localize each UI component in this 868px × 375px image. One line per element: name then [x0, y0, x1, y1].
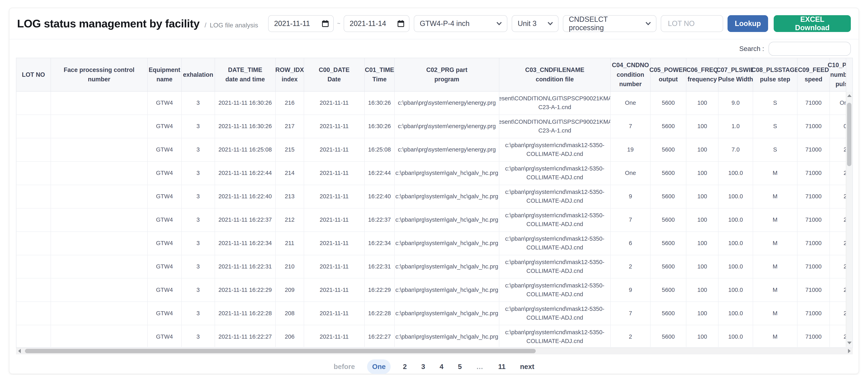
column-header-face-ctrl-no: Face processing control number: [51, 58, 148, 91]
cell-c09-feed: 71000: [798, 138, 830, 162]
cell-c08-plsstage: M: [753, 208, 798, 232]
pagination-item-5[interactable]: 5: [458, 363, 462, 371]
date-to-input[interactable]: 2021-11-14: [344, 15, 409, 32]
content-area: Search : LOT NOFace processing control n…: [9, 40, 859, 375]
page-title: LOG status management by facility: [17, 17, 199, 30]
cell-row-idx: 209: [276, 279, 304, 302]
pagination-item-6: …: [476, 363, 484, 371]
pagination-item-2[interactable]: 2: [403, 363, 407, 371]
cell-exhalation: 3: [182, 138, 215, 162]
cell-c04-cndno: One: [611, 162, 651, 185]
cell-c06-freq: 100: [686, 279, 719, 302]
process-select[interactable]: CNDSELCT processing: [563, 15, 656, 32]
pagination-item-7[interactable]: 11: [498, 363, 505, 371]
cell-exhalation: 3: [182, 208, 215, 232]
cell-c08-plsstage: M: [753, 232, 798, 255]
pagination-item-4[interactable]: 4: [440, 363, 443, 371]
column-header-date-time: DATE_TIME date and time: [215, 58, 276, 91]
cell-c05-power: 5600: [651, 208, 686, 232]
calendar-icon[interactable]: [397, 20, 404, 27]
cell-lot-no: [17, 185, 51, 208]
cell-face-ctrl-no: [51, 255, 148, 279]
cell-equipment-name: GTW4: [148, 279, 182, 302]
column-header-c05-power: C05_POWER output: [651, 58, 686, 91]
scroll-left-arrow-icon[interactable]: [18, 349, 21, 353]
cell-c09-feed: 71000: [798, 325, 830, 347]
cell-c06-freq: 100: [686, 138, 719, 162]
cell-c09-feed: 71000: [798, 279, 830, 302]
title-wrap: LOG status management by facility / LOG …: [17, 17, 258, 30]
excel-download-button[interactable]: EXCEL Download: [774, 15, 851, 32]
unit-select[interactable]: Unit 3: [512, 15, 558, 32]
cell-c05-power: 5600: [651, 138, 686, 162]
calendar-icon[interactable]: [322, 20, 329, 27]
cell-c04-cndno: 9: [611, 279, 651, 302]
cell-c01-time: 16:22:29: [365, 279, 395, 302]
table-row: GTW432021-11-11 16:22:292092021-11-1116:…: [17, 279, 853, 302]
cell-c03-cndfilename: c:\pban\prg\system\cnd\mask12-5350-COLLI…: [499, 302, 611, 325]
cell-c02-prg: c:\pban\prg\system\galv_hc\galv_hc.prg: [395, 162, 499, 185]
cell-equipment-name: GTW4: [148, 162, 182, 185]
search-input[interactable]: [769, 42, 851, 56]
pagination-item-8[interactable]: next: [520, 363, 534, 371]
lookup-button[interactable]: Lookup: [727, 15, 768, 32]
cell-row-idx: 206: [276, 325, 304, 347]
date-range-separator: ~: [337, 20, 340, 27]
cell-c04-cndno: 7: [611, 115, 651, 138]
cell-c03-cndfilename: c:\esent\CONDITION\LGIT\SPSCP90021KMA0-C…: [499, 115, 611, 138]
cell-c06-freq: 100: [686, 208, 719, 232]
cell-c06-freq: 100: [686, 115, 719, 138]
cell-row-idx: 211: [276, 232, 304, 255]
cell-c05-power: 5600: [651, 279, 686, 302]
cell-c07-plswid: 9.0: [718, 91, 753, 115]
table-row: GTW432021-11-11 16:22:402132021-11-1116:…: [17, 185, 853, 208]
process-select-value: CNDSELCT processing: [569, 15, 641, 32]
date-from-input[interactable]: 2021-11-11: [268, 15, 334, 32]
column-header-c06-freq: C06_FREQ frequency: [686, 58, 719, 91]
filter-controls: 2021-11-11 ~ 2021-11-14 GTW4-P-4 inch: [268, 15, 851, 32]
cell-c07-plswid: 100.0: [718, 208, 753, 232]
cell-equipment-name: GTW4: [148, 232, 182, 255]
cell-c08-plsstage: M: [753, 162, 798, 185]
scroll-right-arrow-icon[interactable]: [848, 349, 850, 353]
scroll-up-arrow-icon[interactable]: [847, 94, 851, 97]
scrollbar-header-gutter: [846, 58, 852, 91]
horizontal-scrollbar[interactable]: [16, 348, 853, 354]
cell-c00-date: 2021-11-11: [304, 232, 365, 255]
vertical-scrollbar[interactable]: [846, 91, 852, 347]
cell-c04-cndno: 7: [611, 302, 651, 325]
cell-c07-plswid: 100.0: [718, 279, 753, 302]
cell-c04-cndno: 7: [611, 208, 651, 232]
scroll-down-arrow-icon[interactable]: [847, 342, 851, 344]
cell-c08-plsstage: M: [753, 255, 798, 279]
equipment-select[interactable]: GTW4-P-4 inch: [414, 15, 507, 32]
cell-lot-no: [17, 325, 51, 347]
cell-c03-cndfilename: c:\pban\prg\system\cnd\mask12-5350-COLLI…: [499, 232, 611, 255]
cell-c00-date: 2021-11-11: [304, 279, 365, 302]
lot-no-input[interactable]: [667, 19, 717, 28]
cell-date-time: 2021-11-11 16:30:26: [215, 91, 276, 115]
cell-equipment-name: GTW4: [148, 91, 182, 115]
cell-date-time: 2021-11-11 16:25:08: [215, 138, 276, 162]
table-header-row: LOT NOFace processing control numberEqui…: [17, 58, 853, 91]
cell-equipment-name: GTW4: [148, 138, 182, 162]
cell-c01-time: 16:22:44: [365, 162, 395, 185]
page: LOG status management by facility / LOG …: [0, 0, 868, 375]
search-row: Search :: [16, 40, 851, 58]
cell-c03-cndfilename: c:\pban\prg\system\cnd\mask12-5350-COLLI…: [499, 138, 611, 162]
vertical-scrollbar-thumb[interactable]: [847, 103, 851, 166]
cell-c08-plsstage: M: [753, 325, 798, 347]
cell-c09-feed: 71000: [798, 162, 830, 185]
cell-row-idx: 212: [276, 208, 304, 232]
cell-c08-plsstage: S: [753, 115, 798, 138]
cell-c00-date: 2021-11-11: [304, 302, 365, 325]
cell-c05-power: 5600: [651, 325, 686, 347]
cell-c07-plswid: 100.0: [718, 232, 753, 255]
horizontal-scrollbar-thumb[interactable]: [25, 349, 536, 353]
cell-c01-time: 16:22:28: [365, 302, 395, 325]
pagination-item-3[interactable]: 3: [421, 363, 425, 371]
pagination-item-1[interactable]: One: [367, 359, 391, 374]
cell-lot-no: [17, 91, 51, 115]
column-header-c00-date: C00_DATE Date: [304, 58, 365, 91]
cell-c07-plswid: 100.0: [718, 162, 753, 185]
